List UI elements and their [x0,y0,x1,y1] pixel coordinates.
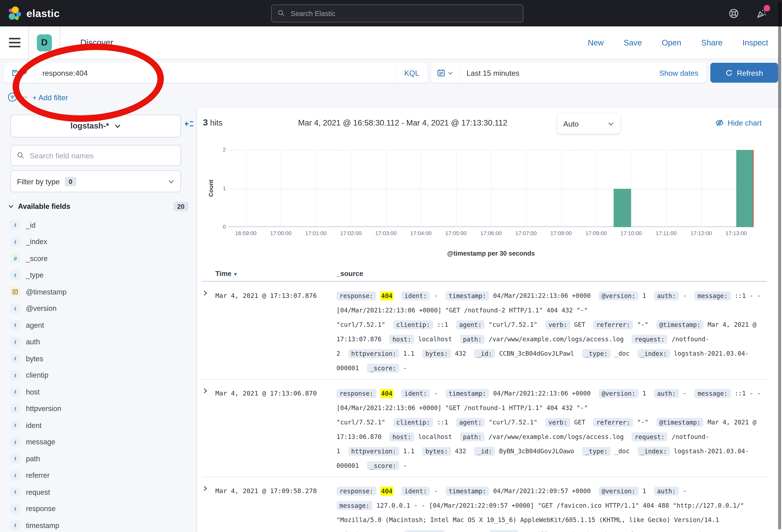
table-header: Time▼ _source [202,266,767,282]
date-quick-select[interactable] [431,63,460,83]
field-item-httpversion[interactable]: thttpversion [0,400,197,417]
field-item-timestamp[interactable]: ttimestamp [0,517,197,532]
field-item-agent[interactable]: tagent [0,317,197,334]
global-search-input[interactable] [290,9,517,18]
source-field-key: timestamp: [446,291,489,300]
field-item-message[interactable]: tmessage [0,433,197,450]
scrollbar[interactable] [778,3,781,530]
number-field-icon: # [10,254,20,263]
x-axis-title: @timestamp per 30 seconds [228,250,754,257]
source-field-value: 1.1 [403,447,414,455]
x-tick-label: 17:09:00 [579,230,613,236]
string-field-icon: t [10,387,20,397]
search-icon [278,9,285,17]
field-item-_type[interactable]: t_type [0,267,197,283]
logo-text: elastic [27,7,60,19]
expand-row-icon[interactable] [202,289,216,375]
field-name: timestamp [26,522,59,529]
source-field-value: - [434,389,438,397]
source-field-key: agent: [456,418,485,427]
discover-app-badge[interactable]: D [37,34,52,51]
field-search[interactable] [10,145,181,166]
help-lifebuoy-icon[interactable] [728,8,739,19]
x-tick-label: 17:02:00 [333,230,368,236]
source-field-value: - [683,487,687,495]
expand-row-icon[interactable] [202,386,216,473]
expand-row-icon[interactable] [202,484,216,532]
x-gridline [666,150,667,227]
interval-select[interactable]: Auto [557,114,620,134]
field-name: path [26,455,40,463]
field-item-host[interactable]: thost [0,384,197,400]
field-name: response [26,505,56,513]
field-item-@version[interactable]: t@version [0,300,197,317]
histogram-plot[interactable]: Count 21016:59:0017:00:0017:01:0017:02:0… [228,150,754,227]
action-new[interactable]: New [588,38,604,47]
x-gridline [386,150,386,227]
field-item-referrer[interactable]: treferrer [0,467,197,484]
x-gridline [421,150,422,227]
source-field-key: auth: [654,291,679,300]
field-item-response[interactable]: tresponse [0,500,197,517]
global-search[interactable] [271,4,523,22]
hide-chart-button[interactable]: Hide chart [715,119,762,127]
index-pattern-select[interactable]: logstash-* [10,115,181,138]
column-header-source[interactable]: _source [336,270,363,277]
source-field-value: 04/Mar/2021:22:09:57 +0000 [493,487,591,495]
field-name: ident [26,421,42,429]
app-header: D Discover NewSaveOpenShareInspect [0,27,782,60]
field-item-path[interactable]: tpath [0,450,197,467]
field-name: referrer [26,471,50,480]
field-item-@timestamp[interactable]: @timestamp [0,283,197,300]
elastic-logo[interactable]: elastic [7,6,60,21]
field-search-input[interactable] [29,151,174,160]
source-field-key: bytes: [423,349,451,358]
action-share[interactable]: Share [701,38,722,47]
field-item-_score[interactable]: #_score [0,250,197,267]
field-item-auth[interactable]: tauth [0,334,197,350]
source-field-key: request: [632,335,668,343]
filter-by-type-select[interactable]: Filter by type 0 [10,170,181,192]
collapse-sidebar-icon[interactable] [185,119,194,131]
string-field-icon: t [10,487,20,497]
saved-query-menu[interactable] [4,63,35,83]
string-field-icon: t [10,270,20,280]
filter-icon[interactable] [8,92,17,102]
doc-time: Mar 4, 2021 @ 17:09:58.278 [215,484,336,532]
doc-time: Mar 4, 2021 @ 17:13:07.876 [215,289,336,375]
field-name: _id [26,221,35,229]
sort-desc-icon[interactable]: ▼ [233,272,238,277]
table-row: Mar 4, 2021 @ 17:09:58.278response:404id… [202,477,767,532]
y-tick-label: 1 [201,185,226,191]
add-filter-button[interactable]: + Add filter [33,93,68,102]
newsfeed-party-popper-icon[interactable] [756,8,767,19]
field-item-bytes[interactable]: tbytes [0,350,197,367]
action-open[interactable]: Open [662,38,681,47]
field-name: _score [26,255,48,262]
field-item-_id[interactable]: t_id [0,217,197,233]
source-field-key: message: [695,291,731,300]
query-input[interactable]: response:404 [35,69,396,77]
x-gridline [701,150,702,227]
column-header-time[interactable]: Time▼ [215,270,336,277]
kql-query-box[interactable]: response:404 KQL [4,63,427,83]
source-field-key: response: [336,291,376,300]
menu-hamburger-icon[interactable] [9,38,21,47]
notification-dot [763,5,770,11]
field-item-ident[interactable]: tident [0,417,197,434]
field-item-_index[interactable]: t_index [0,233,197,250]
available-fields-header[interactable]: Available fields 20 [8,201,188,212]
highlight-404: 404 [380,291,393,300]
action-inspect[interactable]: Inspect [743,38,768,47]
show-dates-button[interactable]: Show dates [660,69,706,77]
time-range-value[interactable]: Last 15 minutes [460,69,520,77]
histogram-bar[interactable] [736,150,753,227]
action-save[interactable]: Save [624,38,642,47]
field-item-clientip[interactable]: tclientip [0,367,197,384]
query-language-button[interactable]: KQL [396,63,427,83]
refresh-button[interactable]: Refresh [710,63,778,83]
fields-sidebar: logstash-* Filter by [0,108,197,532]
source-field-key: referrer: [593,418,633,427]
histogram-bar[interactable] [613,189,631,227]
field-item-request[interactable]: trequest [0,484,197,500]
